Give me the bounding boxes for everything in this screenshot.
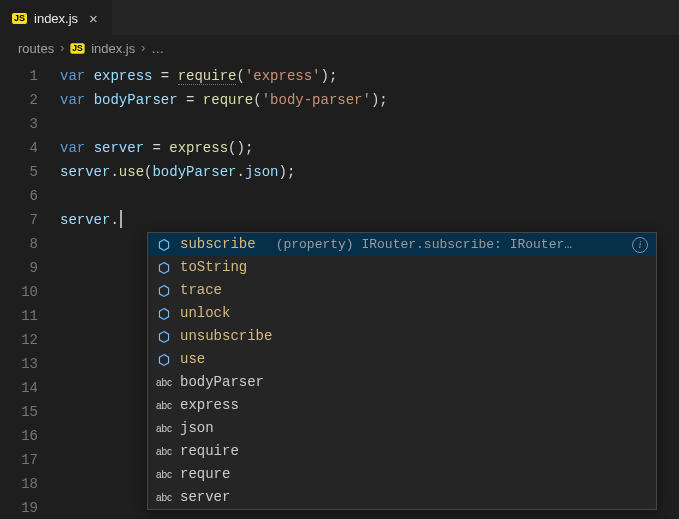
text-icon: abc (156, 463, 172, 486)
line-number: 6 (0, 184, 60, 208)
code-line[interactable] (60, 184, 679, 208)
code-line[interactable]: var server = express(); (60, 136, 679, 160)
suggest-label: json (180, 417, 214, 440)
code-line[interactable]: var bodyParser = requre('body-parser'); (60, 88, 679, 112)
code-line[interactable]: server. (60, 208, 679, 232)
suggest-detail: (property) IRouter.subscribe: IRouter… (276, 233, 618, 256)
close-icon[interactable]: × (85, 11, 102, 26)
suggest-item-json[interactable]: abcjson (148, 417, 656, 440)
tab-filename: index.js (34, 11, 78, 26)
suggest-label: server (180, 486, 230, 509)
suggest-label: toString (180, 256, 247, 279)
line-number: 15 (0, 400, 60, 424)
line-number: 9 (0, 256, 60, 280)
suggest-item-server[interactable]: abcserver (148, 486, 656, 509)
suggest-item-unlock[interactable]: unlock (148, 302, 656, 325)
line-number: 19 (0, 496, 60, 519)
suggest-label: requre (180, 463, 230, 486)
line-number: 2 (0, 88, 60, 112)
suggest-label: trace (180, 279, 222, 302)
chevron-right-icon: › (60, 41, 64, 55)
line-number: 11 (0, 304, 60, 328)
text-icon: abc (156, 371, 172, 394)
text-cursor (120, 210, 122, 228)
breadcrumb-folder[interactable]: routes (18, 41, 54, 56)
tab-bar: JS index.js × (0, 0, 679, 36)
code-line[interactable]: var express = require('express'); (60, 64, 679, 88)
line-number-gutter: 12345678910111213141516171819 (0, 60, 60, 519)
text-icon: abc (156, 394, 172, 417)
breadcrumb-overflow[interactable]: … (151, 41, 164, 56)
breadcrumb-file[interactable]: index.js (91, 41, 135, 56)
line-number: 12 (0, 328, 60, 352)
text-icon: abc (156, 417, 172, 440)
intellisense-popup[interactable]: subscribe(property) IRouter.subscribe: I… (147, 232, 657, 510)
suggest-label: unsubscribe (180, 325, 272, 348)
field-icon (156, 306, 172, 322)
suggest-item-trace[interactable]: trace (148, 279, 656, 302)
line-number: 14 (0, 376, 60, 400)
suggest-label: require (180, 440, 239, 463)
line-number: 5 (0, 160, 60, 184)
editor[interactable]: 12345678910111213141516171819 var expres… (0, 60, 679, 519)
line-number: 3 (0, 112, 60, 136)
line-number: 16 (0, 424, 60, 448)
field-icon (156, 237, 172, 253)
line-number: 4 (0, 136, 60, 160)
suggest-item-unsubscribe[interactable]: unsubscribe (148, 325, 656, 348)
breadcrumb[interactable]: routes › JS index.js › … (0, 36, 679, 60)
tab-index-js[interactable]: JS index.js × (0, 0, 112, 35)
suggest-item-use[interactable]: use (148, 348, 656, 371)
line-number: 17 (0, 448, 60, 472)
line-number: 7 (0, 208, 60, 232)
chevron-right-icon: › (141, 41, 145, 55)
line-number: 18 (0, 472, 60, 496)
line-number: 8 (0, 232, 60, 256)
suggest-item-bodyParser[interactable]: abcbodyParser (148, 371, 656, 394)
field-icon (156, 329, 172, 345)
suggest-item-express[interactable]: abcexpress (148, 394, 656, 417)
line-number: 1 (0, 64, 60, 88)
info-icon[interactable]: i (632, 237, 648, 253)
suggest-label: express (180, 394, 239, 417)
suggest-label: use (180, 348, 205, 371)
suggest-item-require[interactable]: abcrequire (148, 440, 656, 463)
field-icon (156, 283, 172, 299)
field-icon (156, 260, 172, 276)
line-number: 10 (0, 280, 60, 304)
text-icon: abc (156, 440, 172, 463)
suggest-label: bodyParser (180, 371, 264, 394)
text-icon: abc (156, 486, 172, 509)
suggest-item-subscribe[interactable]: subscribe(property) IRouter.subscribe: I… (148, 233, 656, 256)
code-line[interactable] (60, 112, 679, 136)
suggest-label: unlock (180, 302, 230, 325)
js-file-icon: JS (12, 13, 27, 24)
suggest-item-requre[interactable]: abcrequre (148, 463, 656, 486)
code-line[interactable]: server.use(bodyParser.json); (60, 160, 679, 184)
suggest-item-toString[interactable]: toString (148, 256, 656, 279)
suggest-label: subscribe (180, 233, 256, 256)
js-file-icon: JS (71, 43, 85, 53)
line-number: 13 (0, 352, 60, 376)
field-icon (156, 352, 172, 368)
